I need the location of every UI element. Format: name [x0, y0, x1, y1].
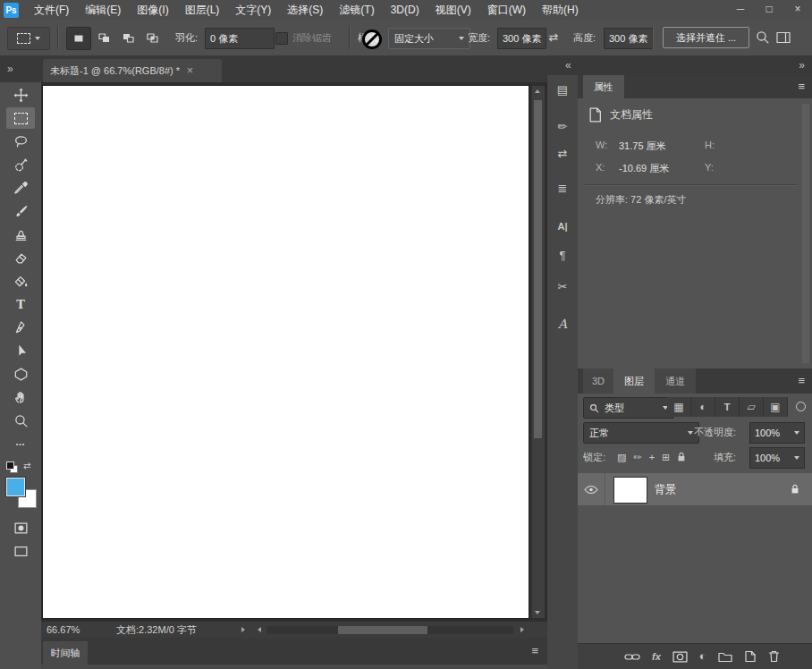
eyedropper-tool[interactable] — [6, 177, 35, 199]
new-layer-icon[interactable] — [744, 650, 757, 663]
clone-stamp-tool[interactable] — [6, 224, 35, 245]
eraser-tool[interactable] — [6, 247, 35, 268]
brush-tool[interactable] — [6, 200, 35, 222]
menu-item-help[interactable]: 帮助(H) — [534, 0, 587, 20]
antialias-checkbox[interactable] — [275, 32, 288, 45]
tab-timeline[interactable]: 时间轴 — [43, 641, 88, 665]
paragraph-panel-icon[interactable]: ¶ — [547, 248, 578, 264]
add-to-selection-button[interactable] — [92, 27, 115, 48]
glyphs-panel-icon[interactable]: A — [547, 316, 578, 332]
filter-smart-object-icon[interactable]: ▣ — [764, 397, 788, 417]
menu-item-edit[interactable]: 编辑(E) — [77, 0, 129, 20]
foreground-color-swatch[interactable] — [6, 478, 25, 496]
path-selection-tool[interactable] — [6, 340, 35, 361]
zoom-level-field[interactable]: 66.67% — [47, 622, 80, 639]
filter-pixel-layers-icon[interactable]: ▦ — [667, 397, 691, 417]
menu-item-window[interactable]: 窗口(W) — [479, 0, 534, 20]
lock-image-pixels-icon[interactable]: ✏ — [633, 452, 641, 463]
document-tab[interactable]: 未标题-1 @ 66.7%(RGB/8#) * × — [43, 59, 222, 82]
feather-input[interactable]: 0 像素 — [205, 28, 275, 49]
expand-panels-chevron-icon[interactable]: « — [565, 58, 571, 72]
bars-panel-icon[interactable]: ▤ — [547, 82, 578, 98]
select-and-mask-button[interactable]: 选择并遮住 ... — [663, 27, 749, 48]
maximize-button[interactable]: □ — [755, 0, 783, 20]
canvas[interactable] — [43, 86, 529, 618]
default-colors-icon[interactable] — [6, 462, 18, 473]
collapse-panels-chevron-icon[interactable]: » — [799, 58, 805, 72]
layer-thumbnail[interactable] — [613, 477, 647, 504]
menu-item-3d[interactable]: 3D(D) — [383, 0, 427, 20]
lock-all-icon[interactable] — [677, 452, 686, 462]
search-icon[interactable] — [755, 30, 770, 47]
menu-item-filter[interactable]: 滤镜(T) — [331, 0, 382, 20]
lock-transparent-pixels-icon[interactable]: ▨ — [617, 452, 626, 463]
status-popup-icon[interactable] — [241, 627, 245, 632]
filter-type-layers-icon[interactable]: T — [715, 397, 740, 417]
hand-tool[interactable] — [6, 386, 35, 408]
scroll-left-icon[interactable] — [258, 627, 261, 632]
layer-filter-dropdown[interactable]: 类型 — [583, 397, 674, 419]
subtract-from-selection-button[interactable] — [116, 27, 140, 48]
workspace-icon[interactable] — [776, 31, 791, 47]
horizontal-scroll-thumb[interactable] — [338, 626, 427, 634]
vertical-scroll-thumb[interactable] — [534, 100, 542, 438]
new-selection-button[interactable] — [66, 27, 91, 50]
layer-visibility-toggle[interactable] — [578, 473, 605, 505]
menu-item-image[interactable]: 图像(I) — [129, 0, 176, 20]
menu-item-type[interactable]: 文字(Y) — [227, 0, 279, 20]
tool-preset-picker[interactable] — [7, 27, 50, 50]
type-tool[interactable]: T — [6, 293, 35, 315]
height-input[interactable]: 300 像素 — [604, 28, 653, 49]
scroll-right-icon[interactable] — [520, 627, 524, 632]
move-tool[interactable] — [6, 84, 35, 106]
scroll-up-icon[interactable] — [535, 89, 540, 93]
delete-layer-icon[interactable] — [768, 650, 780, 663]
paint-bucket-tool[interactable] — [6, 270, 35, 292]
adjustment-layer-icon[interactable]: ◐ — [699, 650, 706, 663]
menu-item-view[interactable]: 视图(V) — [427, 0, 479, 20]
filter-toggle[interactable] — [796, 402, 806, 411]
minimize-button[interactable]: ─ — [726, 0, 755, 20]
pen-tool[interactable] — [6, 317, 35, 338]
opacity-field[interactable]: 100% — [749, 422, 805, 444]
new-group-icon[interactable] — [718, 651, 732, 663]
toolbar-expand-chevron-icon[interactable]: » — [7, 62, 13, 76]
properties-scrollbar[interactable] — [802, 104, 809, 363]
width-input[interactable]: 300 像素 — [497, 28, 546, 49]
fill-field[interactable]: 100% — [749, 447, 805, 469]
lasso-tool[interactable] — [6, 131, 35, 152]
character-panel-icon[interactable]: A| — [547, 218, 578, 234]
quick-mask-button[interactable] — [6, 517, 35, 538]
blend-mode-dropdown[interactable]: 正常 — [583, 422, 699, 444]
intersect-selection-button[interactable] — [140, 27, 164, 48]
scroll-down-icon[interactable] — [535, 611, 540, 614]
vertical-scrollbar[interactable] — [531, 86, 545, 618]
tab-3d[interactable]: 3D — [583, 368, 613, 394]
layer-row-background[interactable]: 背景 — [578, 473, 812, 505]
layers-menu-icon[interactable]: ≡ — [798, 375, 805, 387]
screen-mode-button[interactable] — [6, 540, 35, 562]
style-dropdown[interactable]: 固定大小 — [388, 28, 470, 49]
timeline-menu-icon[interactable]: ≡ — [531, 645, 538, 657]
menu-item-layer[interactable]: 图层(L) — [177, 0, 228, 20]
properties-menu-icon[interactable]: ≡ — [798, 80, 805, 93]
close-button[interactable]: × — [783, 0, 812, 20]
swap-colors-icon[interactable]: ⇄ — [23, 461, 30, 470]
swap-width-height-icon[interactable]: ⇄ — [544, 28, 563, 47]
rectangular-marquee-tool[interactable] — [6, 107, 35, 129]
filter-adjustment-layers-icon[interactable]: ◐ — [691, 397, 715, 417]
zoom-tool[interactable] — [6, 410, 35, 431]
tab-properties[interactable]: 属性 — [583, 75, 624, 98]
lock-artboard-icon[interactable]: ⊞ — [662, 452, 670, 463]
tab-channels[interactable]: 通道 — [655, 368, 696, 394]
edit-toolbar-button[interactable]: ••• — [6, 433, 35, 454]
link-layers-icon[interactable] — [624, 653, 640, 661]
add-layer-mask-icon[interactable] — [672, 651, 688, 663]
horizontal-scrollbar[interactable] — [266, 626, 513, 634]
lock-position-icon[interactable]: + — [649, 452, 655, 462]
tab-layers[interactable]: 图层 — [613, 368, 655, 394]
menu-item-file[interactable]: 文件(F) — [26, 0, 77, 20]
quick-selection-tool[interactable] — [6, 154, 35, 175]
filter-shape-layers-icon[interactable]: ▱ — [740, 397, 764, 417]
list-panel-icon[interactable]: ≣ — [547, 181, 578, 197]
